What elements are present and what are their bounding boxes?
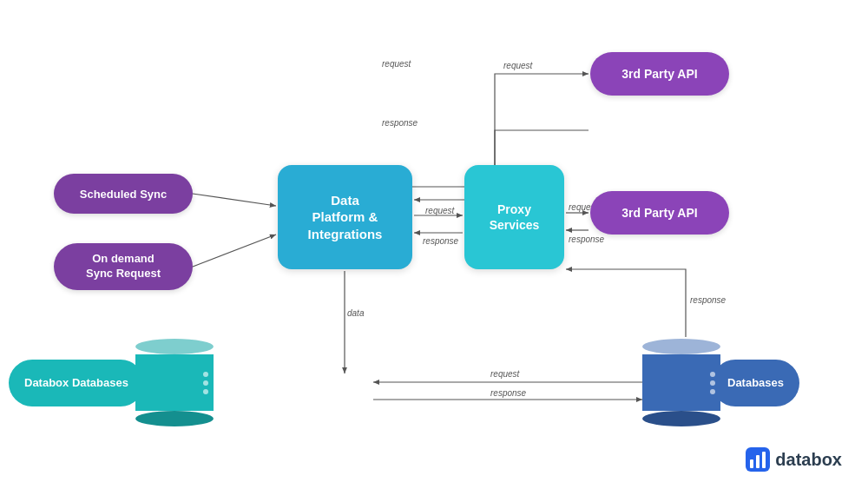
svg-rect-9 <box>750 459 753 468</box>
arrow-label-response-top: response <box>382 118 418 128</box>
svg-rect-11 <box>762 452 766 468</box>
databox-databases-label: Databox Databases <box>9 360 144 406</box>
arrow-label-request-top: request <box>503 61 532 70</box>
on-demand-sync-label: On demand Sync Request <box>86 252 161 281</box>
arrow-label-response-3rd: response <box>569 235 604 244</box>
data-platform-node: Data Platform & Integrations <box>278 165 412 269</box>
databox-cylinder <box>135 339 214 426</box>
databases-label: Databases <box>712 360 799 406</box>
cylinder-dots-left <box>203 372 208 394</box>
databox-logo-icon <box>746 447 770 472</box>
data-platform-label: Data Platform & Integrations <box>308 192 383 243</box>
databox-logo: databox <box>746 447 842 472</box>
third-party-api-mid-label: 3rd Party API <box>621 206 697 220</box>
proxy-services-label: Proxy Services <box>490 202 540 233</box>
scheduled-sync-label: Scheduled Sync <box>80 188 167 201</box>
third-party-api-top-label: 3rd Party API <box>621 67 697 81</box>
arrow-label-request-db: request <box>490 369 519 379</box>
logo-text: databox <box>775 450 842 470</box>
cylinder-dots-right <box>710 372 715 394</box>
diagram-container: request request response request respons… <box>0 0 868 489</box>
arrow-label-request-top2: request <box>382 59 411 69</box>
scheduled-sync-node: Scheduled Sync <box>54 174 193 214</box>
arrow-label-data: data <box>347 308 364 318</box>
databases-wrapper: Databases <box>642 339 799 426</box>
arrow-label-response-proxy: response <box>423 236 458 246</box>
third-party-api-top-node: 3rd Party API <box>590 52 729 96</box>
svg-rect-10 <box>756 455 760 468</box>
databox-databases-wrapper: Databox Databases <box>9 339 214 426</box>
arrow-label-response-db: response <box>490 388 526 398</box>
svg-line-2 <box>193 194 276 206</box>
arrow-label-request-proxy: request <box>425 206 454 215</box>
on-demand-sync-node: On demand Sync Request <box>54 243 193 290</box>
third-party-api-mid-node: 3rd Party API <box>590 191 729 235</box>
proxy-services-node: Proxy Services <box>464 165 564 269</box>
svg-line-3 <box>193 235 276 267</box>
arrow-label-response-right: response <box>690 295 726 305</box>
right-cylinder <box>642 339 720 426</box>
